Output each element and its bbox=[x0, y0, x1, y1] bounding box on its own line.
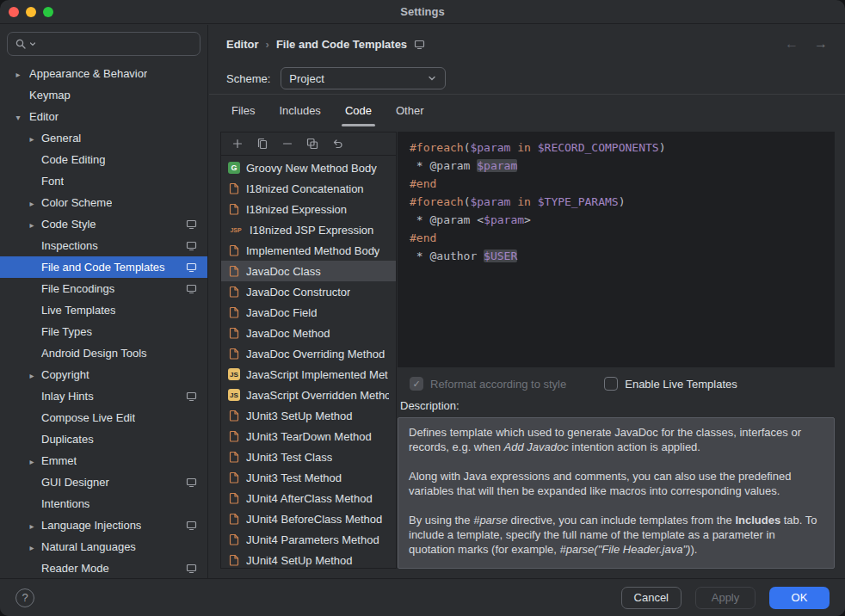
sidebar-item-inspections[interactable]: Inspections bbox=[0, 235, 207, 256]
sidebar-item-label: Copyright bbox=[41, 368, 89, 381]
scheme-select[interactable]: Project bbox=[281, 67, 446, 89]
chevron-right-icon[interactable]: ▸ bbox=[26, 219, 38, 229]
sidebar-item-duplicates[interactable]: Duplicates bbox=[0, 428, 207, 450]
help-button[interactable]: ? bbox=[15, 588, 34, 607]
chevron-right-icon[interactable]: ▸ bbox=[26, 521, 38, 530]
ok-button[interactable]: OK bbox=[769, 587, 830, 609]
template-item-i18nized-jsp-expression[interactable]: JSPI18nized JSP Expression bbox=[221, 219, 396, 240]
sidebar-item-live-templates[interactable]: Live Templates bbox=[0, 299, 207, 321]
template-item-junit4-afterclass-method[interactable]: JUnit4 AfterClass Method bbox=[221, 488, 396, 508]
template-item-label: Implemented Method Body bbox=[246, 244, 379, 257]
chevron-right-icon[interactable]: ▸ bbox=[26, 370, 38, 379]
sidebar-item-font[interactable]: Font bbox=[0, 170, 207, 192]
duplicate-template-button[interactable] bbox=[304, 135, 321, 152]
tab-includes[interactable]: Includes bbox=[267, 95, 332, 126]
footer: ? Cancel Apply OK bbox=[0, 578, 845, 616]
description-text: Add Javadoc bbox=[504, 440, 569, 453]
sidebar-item-intentions[interactable]: Intentions bbox=[0, 493, 207, 514]
template-item-javadoc-field[interactable]: JavaDoc Field bbox=[221, 302, 396, 323]
description-text: directive, you can include templates fro… bbox=[508, 514, 735, 527]
back-arrow-icon[interactable]: ← bbox=[785, 36, 799, 52]
add-template-button[interactable] bbox=[229, 135, 246, 152]
chevron-down-icon[interactable]: ▾ bbox=[12, 112, 24, 121]
sidebar-item-emmet[interactable]: ▸Emmet bbox=[0, 450, 207, 471]
sidebar-item-appearance-behavior[interactable]: ▸Appearance & Behavior bbox=[0, 63, 207, 84]
description-text: Along with Java expressions and comments… bbox=[409, 470, 791, 497]
sidebar-item-keymap[interactable]: Keymap bbox=[0, 84, 207, 106]
template-toolbar bbox=[221, 132, 396, 156]
sidebar-item-code-editing[interactable]: Code Editing bbox=[0, 149, 207, 170]
search-history-chevron-icon[interactable] bbox=[29, 40, 36, 47]
code-line: * @param <$param> bbox=[410, 211, 823, 229]
settings-tree: ▸Appearance & BehaviorKeymap▾Editor▸Gene… bbox=[0, 63, 207, 578]
template-item-i18nized-expression[interactable]: I18nized Expression bbox=[221, 199, 396, 219]
code-line: * @author $USER bbox=[410, 247, 823, 265]
cancel-button[interactable]: Cancel bbox=[621, 587, 682, 609]
template-item-javadoc-class[interactable]: JavaDoc Class bbox=[221, 261, 396, 281]
template-item-label: Groovy New Method Body bbox=[246, 162, 377, 175]
template-item-junit4-parameters-method[interactable]: JUnit4 Parameters Method bbox=[221, 529, 396, 550]
template-item-javadoc-method[interactable]: JavaDoc Method bbox=[221, 323, 396, 343]
sidebar-item-copyright[interactable]: ▸Copyright bbox=[0, 364, 207, 385]
scheme-value: Project bbox=[289, 72, 324, 85]
add-icon bbox=[231, 137, 244, 151]
forward-arrow-icon[interactable]: → bbox=[814, 36, 828, 52]
sidebar-item-reader-mode[interactable]: Reader Mode bbox=[0, 557, 207, 578]
sidebar-item-gui-designer[interactable]: GUI Designer bbox=[0, 471, 207, 493]
template-item-junit4-beforeclass-method[interactable]: JUnit4 BeforeClass Method bbox=[221, 508, 396, 529]
apply-button[interactable]: Apply bbox=[695, 587, 756, 609]
copy-template-button[interactable] bbox=[254, 135, 271, 152]
chevron-right-icon[interactable]: ▸ bbox=[26, 198, 38, 207]
template-item-label: I18nized JSP Expression bbox=[250, 224, 373, 237]
template-item-implemented-method-body[interactable]: Implemented Method Body bbox=[221, 240, 396, 261]
sidebar-item-editor[interactable]: ▾Editor bbox=[0, 106, 207, 127]
template-item-i18nized-concatenation[interactable]: I18nized Concatenation bbox=[221, 178, 396, 199]
template-item-junit3-teardown-method[interactable]: JUnit3 TearDown Method bbox=[221, 426, 396, 447]
sidebar-item-color-scheme[interactable]: ▸Color Scheme bbox=[0, 192, 207, 213]
template-item-label: JUnit4 BeforeClass Method bbox=[246, 513, 382, 526]
sidebar-item-code-style[interactable]: ▸Code Style bbox=[0, 213, 207, 235]
chevron-right-icon[interactable]: ▸ bbox=[26, 456, 38, 465]
code-line: #foreach($param in $RECORD_COMPONENTS) bbox=[410, 139, 823, 157]
template-item-junit4-setup-method[interactable]: JUnit4 SetUp Method bbox=[221, 550, 396, 568]
template-item-javascript-implemented-met[interactable]: JSJavaScript Implemented Met bbox=[221, 364, 396, 385]
tab-files[interactable]: Files bbox=[219, 95, 267, 126]
chevron-right-icon[interactable]: ▸ bbox=[12, 69, 24, 78]
template-item-javascript-overridden-metho[interactable]: JSJavaScript Overridden Metho bbox=[221, 385, 396, 405]
chevron-right-icon[interactable]: ▸ bbox=[26, 542, 38, 551]
template-item-groovy-new-method-body[interactable]: GGroovy New Method Body bbox=[221, 157, 396, 178]
code-line: #foreach($param in $TYPE_PARAMS) bbox=[410, 193, 823, 211]
sidebar-item-file-and-code-templates[interactable]: File and Code Templates bbox=[0, 256, 207, 278]
sidebar-item-file-types[interactable]: File Types bbox=[0, 321, 207, 342]
enable-live-templates-checkbox[interactable]: Enable Live Templates bbox=[604, 377, 737, 391]
reformat-checkbox[interactable]: Reformat according to style bbox=[410, 377, 566, 391]
zoom-window-button[interactable] bbox=[43, 7, 53, 17]
sidebar-item-inlay-hints[interactable]: Inlay Hints bbox=[0, 385, 207, 407]
sidebar-item-file-encodings[interactable]: File Encodings bbox=[0, 278, 207, 299]
chevron-right-icon[interactable]: ▸ bbox=[26, 133, 38, 143]
code-token: #foreach bbox=[410, 141, 464, 154]
template-item-junit3-test-method[interactable]: JUnit3 Test Method bbox=[221, 467, 396, 488]
template-item-javadoc-overriding-method[interactable]: JavaDoc Overriding Method bbox=[221, 343, 396, 364]
template-item-junit3-test-class[interactable]: JUnit3 Test Class bbox=[221, 447, 396, 467]
breadcrumb-editor[interactable]: Editor bbox=[226, 38, 259, 51]
minimize-window-button[interactable] bbox=[26, 7, 36, 17]
reset-templates-button[interactable] bbox=[329, 135, 346, 152]
tab-code[interactable]: Code bbox=[333, 95, 384, 126]
search-input[interactable] bbox=[7, 32, 200, 56]
template-options: Reformat according to style Enable Live … bbox=[398, 367, 835, 395]
sidebar-item-android-design-tools[interactable]: Android Design Tools bbox=[0, 342, 207, 364]
tab-other[interactable]: Other bbox=[384, 95, 436, 126]
sidebar-item-compose-live-edit[interactable]: Compose Live Edit bbox=[0, 407, 207, 428]
sidebar-item-general[interactable]: ▸General bbox=[0, 127, 207, 149]
template-list: GGroovy New Method BodyI18nized Concaten… bbox=[221, 156, 396, 568]
remove-template-button[interactable] bbox=[279, 135, 296, 152]
close-window-button[interactable] bbox=[9, 7, 19, 17]
sidebar-item-natural-languages[interactable]: ▸Natural Languages bbox=[0, 536, 207, 557]
search-icon bbox=[15, 38, 27, 50]
template-item-javadoc-constructor[interactable]: JavaDoc Constructor bbox=[221, 281, 396, 302]
template-item-junit3-setup-method[interactable]: JUnit3 SetUp Method bbox=[221, 405, 396, 426]
template-editor[interactable]: #foreach($param in $RECORD_COMPONENTS) *… bbox=[398, 132, 835, 367]
description-paragraph: Defines template which used to generate … bbox=[409, 425, 823, 454]
sidebar-item-language-injections[interactable]: ▸Language Injections bbox=[0, 514, 207, 536]
